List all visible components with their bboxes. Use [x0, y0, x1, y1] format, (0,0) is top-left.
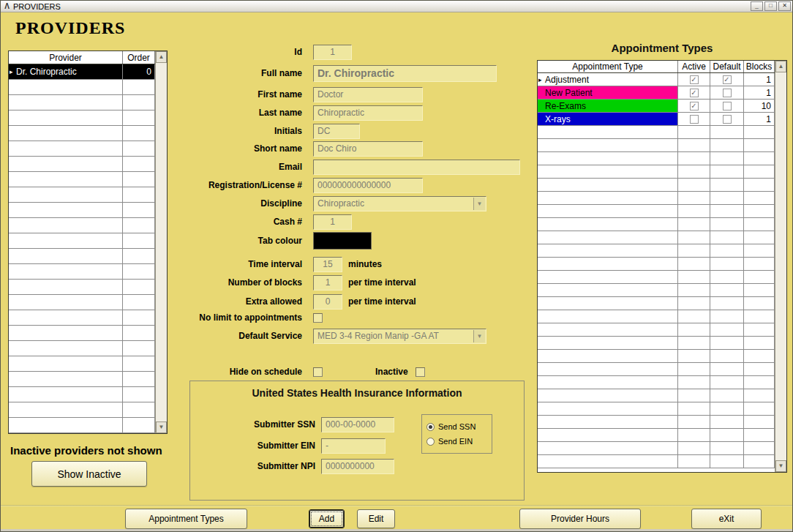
appointment-type-row-empty[interactable]	[538, 429, 775, 442]
provider-row-empty[interactable]	[9, 264, 155, 280]
appointment-table-scrollbar[interactable]: ▲ ▼	[775, 61, 786, 472]
provider-row-empty[interactable]	[9, 326, 155, 341]
submitter-ein-field[interactable]: -	[321, 438, 386, 454]
appointment-type-row-empty[interactable]	[538, 271, 775, 284]
scroll-up-icon[interactable]: ▲	[156, 51, 167, 63]
exit-button[interactable]: eXit	[691, 509, 762, 529]
edit-button[interactable]: Edit	[357, 509, 395, 528]
appointment-type-row[interactable]: Re-Exams✓10	[538, 100, 775, 113]
appointment-type-row-empty[interactable]	[538, 442, 775, 455]
scroll-down-icon[interactable]: ▼	[156, 422, 167, 433]
appointment-type-row-empty[interactable]	[538, 389, 775, 402]
hide-on-schedule-checkbox[interactable]	[313, 367, 323, 377]
blocks-column-header[interactable]: Blocks	[744, 61, 775, 72]
appointment-type-row-empty[interactable]	[538, 297, 775, 310]
short-name-field[interactable]: Doc Chiro	[313, 141, 423, 157]
default-service-select[interactable]: MED 3-4 Region Manip -GA AT ▼	[313, 329, 486, 344]
provider-row-empty[interactable]	[9, 341, 155, 356]
appointment-type-row-empty[interactable]	[538, 126, 775, 139]
provider-row-empty[interactable]	[9, 157, 155, 172]
cash-field[interactable]: 1	[313, 214, 352, 230]
appointment-type-row-empty[interactable]	[538, 310, 775, 323]
scroll-down-icon[interactable]: ▼	[775, 460, 786, 472]
chevron-down-icon[interactable]: ▼	[473, 330, 485, 342]
time-interval-field[interactable]: 15	[313, 257, 342, 272]
provider-row-empty[interactable]	[9, 172, 155, 187]
provider-row-empty[interactable]	[9, 95, 155, 110]
appointment-type-row-empty[interactable]	[538, 192, 775, 205]
appointment-type-row-empty[interactable]	[538, 231, 775, 244]
provider-row-empty[interactable]	[9, 356, 155, 372]
provider-row-empty[interactable]	[9, 310, 155, 326]
close-button[interactable]: ✕	[778, 1, 791, 11]
scrollbar-track[interactable]	[156, 63, 167, 422]
email-field[interactable]	[313, 160, 520, 175]
appointment-type-row-empty[interactable]	[538, 323, 775, 337]
scroll-up-icon[interactable]: ▲	[775, 61, 786, 72]
provider-row-empty[interactable]	[9, 387, 155, 402]
appointment-type-row-empty[interactable]	[538, 284, 775, 297]
provider-row-empty[interactable]	[9, 80, 155, 95]
provider-row-empty[interactable]	[9, 402, 155, 418]
initials-field[interactable]: DC	[313, 124, 360, 139]
first-name-field[interactable]: Doctor	[313, 87, 423, 102]
minimize-button[interactable]: _	[751, 1, 763, 11]
provider-row-empty[interactable]	[9, 280, 155, 295]
appointment-type-row-empty[interactable]	[538, 455, 775, 468]
id-field[interactable]: 1	[313, 45, 352, 60]
scrollbar-track[interactable]	[775, 72, 786, 460]
provider-row-empty[interactable]	[9, 126, 155, 141]
appointment-type-row-empty[interactable]	[538, 350, 775, 363]
provider-row-empty[interactable]	[9, 203, 155, 218]
provider-column-header[interactable]: Provider	[9, 51, 123, 64]
active-column-header[interactable]: Active	[678, 61, 710, 72]
provider-row-empty[interactable]	[9, 233, 155, 249]
submitter-npi-field[interactable]: 0000000000	[321, 459, 394, 474]
send-ssn-option[interactable]: Send SSN	[426, 421, 487, 432]
extra-allowed-field[interactable]: 0	[313, 294, 342, 310]
appointment-type-row[interactable]: ▸Adjustment✓✓1	[538, 73, 775, 86]
appointment-type-column-header[interactable]: Appointment Type	[538, 61, 678, 72]
appointment-type-row-empty[interactable]	[538, 402, 775, 416]
discipline-select[interactable]: Chiropractic ▼	[313, 196, 486, 211]
provider-row[interactable]: ▸Dr. Chiropractic0	[9, 64, 155, 80]
show-inactive-button[interactable]: Show Inactive	[31, 461, 147, 487]
provider-row-empty[interactable]	[9, 372, 155, 387]
provider-row-empty[interactable]	[9, 418, 155, 433]
chevron-down-icon[interactable]: ▼	[473, 198, 485, 210]
maximize-button[interactable]: □	[764, 1, 777, 11]
provider-row-empty[interactable]	[9, 249, 155, 264]
provider-table-scrollbar[interactable]: ▲ ▼	[155, 51, 167, 433]
appointment-type-row-empty[interactable]	[538, 165, 775, 179]
provider-hours-button[interactable]: Provider Hours	[519, 509, 641, 529]
appointment-type-row-empty[interactable]	[538, 376, 775, 389]
appointment-types-button[interactable]: Appointment Types	[125, 509, 247, 529]
last-name-field[interactable]: Chiropractic	[313, 105, 423, 121]
number-of-blocks-field[interactable]: 1	[313, 275, 342, 291]
appointment-type-row-empty[interactable]	[538, 337, 775, 350]
order-column-header[interactable]: Order	[123, 51, 155, 64]
appointment-type-row[interactable]: X-rays1	[538, 113, 775, 126]
appointment-type-row-empty[interactable]	[538, 205, 775, 218]
default-column-header[interactable]: Default	[710, 61, 744, 72]
tab-colour-swatch[interactable]	[313, 232, 372, 250]
provider-row-empty[interactable]	[9, 218, 155, 233]
full-name-field[interactable]: Dr. Chiropractic	[313, 65, 497, 82]
appointment-type-row[interactable]: New Patient✓1	[538, 86, 775, 100]
appointment-type-row-empty[interactable]	[538, 416, 775, 429]
provider-row-empty[interactable]	[9, 295, 155, 310]
appointment-type-row-empty[interactable]	[538, 139, 775, 152]
appointment-type-row-empty[interactable]	[538, 179, 775, 192]
appointment-type-row-empty[interactable]	[538, 363, 775, 376]
provider-row-empty[interactable]	[9, 110, 155, 126]
appointment-type-row-empty[interactable]	[538, 218, 775, 231]
appointment-type-row-empty[interactable]	[538, 244, 775, 258]
submitter-ssn-field[interactable]: 000-00-0000	[321, 417, 394, 432]
send-ein-option[interactable]: Send EIN	[426, 435, 487, 447]
provider-row-empty[interactable]	[9, 187, 155, 203]
add-button[interactable]: Add	[309, 509, 345, 528]
inactive-checkbox[interactable]	[416, 367, 425, 377]
no-limit-checkbox[interactable]	[313, 313, 323, 323]
appointment-type-row-empty[interactable]	[538, 258, 775, 271]
provider-row-empty[interactable]	[9, 141, 155, 157]
